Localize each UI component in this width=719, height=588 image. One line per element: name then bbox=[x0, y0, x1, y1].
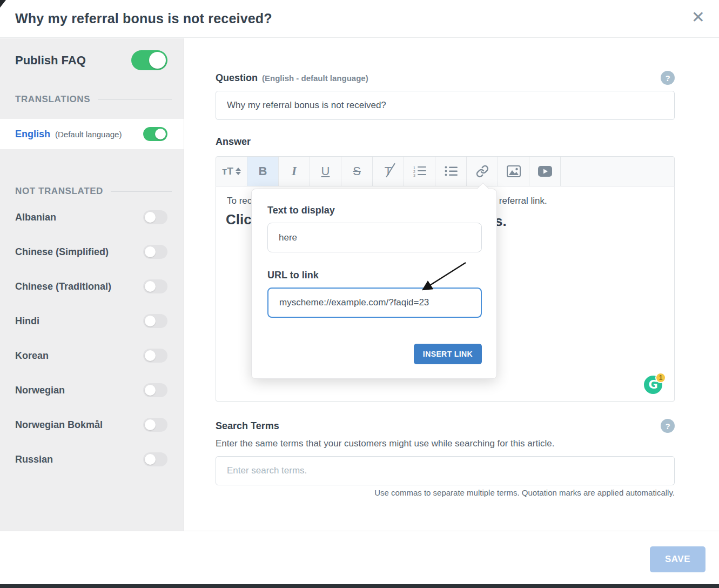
norwegian-toggle[interactable] bbox=[143, 383, 167, 397]
answer-text-fragment: To rec bbox=[227, 196, 252, 206]
language-list: Albanian Chinese (Simplified) Chinese (T… bbox=[0, 200, 184, 477]
unordered-list-button[interactable] bbox=[435, 157, 467, 186]
albanian-toggle[interactable] bbox=[143, 210, 167, 224]
image-icon bbox=[507, 165, 521, 177]
insert-link-popup: Text to display URL to link INSERT LINK bbox=[251, 189, 497, 379]
insert-link-button[interactable] bbox=[467, 157, 498, 186]
sidebar-item-chinese-traditional[interactable]: Chinese (Traditional) bbox=[0, 269, 184, 304]
search-terms-label: Search Terms bbox=[216, 420, 279, 432]
chinese-simplified-toggle[interactable] bbox=[143, 245, 167, 259]
language-name[interactable]: English bbox=[15, 129, 50, 140]
italic-button[interactable]: I bbox=[279, 157, 310, 186]
strikethrough-button[interactable]: S bbox=[341, 157, 373, 186]
svg-text:3: 3 bbox=[413, 173, 415, 177]
toggle-knob bbox=[145, 316, 156, 326]
link-icon bbox=[476, 165, 489, 178]
ordered-list-button[interactable]: 1 2 3 bbox=[404, 157, 435, 186]
underline-icon: U bbox=[321, 164, 330, 178]
search-terms-label-row: Search Terms ? bbox=[216, 419, 675, 433]
grammarly-badge: 1 bbox=[655, 372, 666, 383]
question-label: Question bbox=[216, 72, 258, 84]
not-translated-section-header: NOT TRANSLATED bbox=[0, 186, 184, 197]
editor-toolbar: тT B I U S T 1 2 3 bbox=[216, 156, 675, 186]
text-to-display-input[interactable] bbox=[267, 223, 482, 252]
answer-text-fragment: ur referral link. bbox=[488, 196, 547, 206]
italic-icon: I bbox=[292, 164, 297, 178]
clear-formatting-button[interactable]: T bbox=[373, 157, 404, 186]
insert-link-confirm-button[interactable]: INSERT LINK bbox=[414, 344, 482, 364]
translations-section-header: TRANSLATIONS bbox=[0, 94, 184, 105]
clear-formatting-icon: T bbox=[385, 164, 392, 178]
sidebar-item-albanian[interactable]: Albanian bbox=[0, 200, 184, 235]
norwegian-bokmal-toggle[interactable] bbox=[143, 418, 167, 432]
svg-text:2: 2 bbox=[413, 170, 415, 173]
save-button[interactable]: SAVE bbox=[650, 546, 705, 572]
search-terms-input-wrap bbox=[216, 456, 675, 485]
hindi-toggle[interactable] bbox=[143, 314, 167, 328]
toggle-knob bbox=[145, 350, 156, 361]
underline-button[interactable]: U bbox=[310, 157, 341, 186]
sidebar-item-norwegian[interactable]: Norwegian bbox=[0, 373, 184, 407]
question-input[interactable] bbox=[216, 91, 675, 120]
language-name: Russian bbox=[15, 454, 53, 465]
default-language-note: (Default language) bbox=[55, 130, 122, 139]
grammarly-widget[interactable]: G 1 bbox=[644, 372, 667, 395]
toggle-knob bbox=[145, 281, 156, 292]
publish-faq-toggle[interactable] bbox=[131, 50, 167, 70]
language-name: Hindi bbox=[15, 316, 39, 327]
font-size-button[interactable]: тT bbox=[216, 157, 247, 186]
language-name: Albanian bbox=[15, 212, 56, 223]
strikethrough-icon: S bbox=[353, 164, 361, 178]
english-toggle[interactable] bbox=[143, 127, 167, 141]
toggle-knob bbox=[145, 246, 156, 257]
modal-footer: SAVE bbox=[0, 531, 719, 584]
question-label-row: Question (English - default language) ? bbox=[216, 71, 675, 85]
url-to-link-label: URL to link bbox=[267, 270, 319, 281]
unordered-list-icon bbox=[445, 165, 458, 177]
toggle-knob bbox=[145, 385, 156, 396]
toggle-knob bbox=[149, 52, 166, 69]
search-terms-hint: Use commas to separate multiple terms. Q… bbox=[216, 488, 675, 497]
bold-button[interactable]: B bbox=[247, 157, 279, 186]
search-terms-description: Enter the same terms that your customers… bbox=[216, 438, 554, 449]
russian-toggle[interactable] bbox=[143, 452, 167, 466]
insert-image-button[interactable] bbox=[498, 157, 529, 186]
close-icon[interactable]: ✕ bbox=[691, 9, 705, 25]
translations-header-label: TRANSLATIONS bbox=[15, 94, 90, 105]
sidebar-item-hindi[interactable]: Hindi bbox=[0, 304, 184, 338]
svg-text:1: 1 bbox=[413, 166, 415, 170]
not-translated-header-label: NOT TRANSLATED bbox=[15, 186, 103, 197]
divider bbox=[98, 99, 172, 100]
faq-edit-modal: Why my referral bonus is not received? ✕… bbox=[0, 0, 719, 588]
chinese-traditional-toggle[interactable] bbox=[143, 279, 167, 293]
question-input-wrap bbox=[216, 91, 675, 120]
video-icon bbox=[538, 166, 552, 177]
url-to-link-input[interactable] bbox=[267, 288, 482, 318]
search-terms-help-icon[interactable]: ? bbox=[661, 419, 675, 433]
answer-label: Answer bbox=[216, 136, 251, 148]
toggle-knob bbox=[145, 212, 156, 223]
bold-icon: B bbox=[259, 164, 267, 178]
language-name: Korean bbox=[15, 350, 49, 362]
publish-faq-row: Publish FAQ bbox=[0, 38, 184, 70]
page-title: Why my referral bonus is not received? bbox=[15, 11, 272, 26]
sidebar: Publish FAQ TRANSLATIONS English (Defaul… bbox=[0, 38, 184, 531]
toggle-knob bbox=[145, 419, 156, 430]
insert-video-button[interactable] bbox=[529, 157, 561, 186]
sidebar-item-russian[interactable]: Russian bbox=[0, 442, 184, 477]
ordered-list-icon: 1 2 3 bbox=[413, 165, 426, 177]
language-name: Chinese (Traditional) bbox=[15, 281, 111, 292]
backdrop-corner bbox=[0, 0, 6, 8]
answer-text-fragment-bold: Clic bbox=[226, 211, 252, 228]
divider bbox=[111, 191, 172, 192]
language-name: Norwegian Bokmål bbox=[15, 419, 103, 431]
sidebar-item-english[interactable]: English (Default language) bbox=[0, 119, 184, 149]
sidebar-item-korean[interactable]: Korean bbox=[0, 338, 184, 373]
korean-toggle[interactable] bbox=[143, 349, 167, 363]
toggle-knob bbox=[155, 129, 166, 139]
sidebar-item-norwegian-bokmal[interactable]: Norwegian Bokmål bbox=[0, 407, 184, 442]
modal-header: Why my referral bonus is not received? ✕ bbox=[0, 0, 719, 38]
search-terms-input[interactable] bbox=[216, 456, 675, 485]
sidebar-item-chinese-simplified[interactable]: Chinese (Simplified) bbox=[0, 235, 184, 269]
question-help-icon[interactable]: ? bbox=[661, 71, 675, 85]
